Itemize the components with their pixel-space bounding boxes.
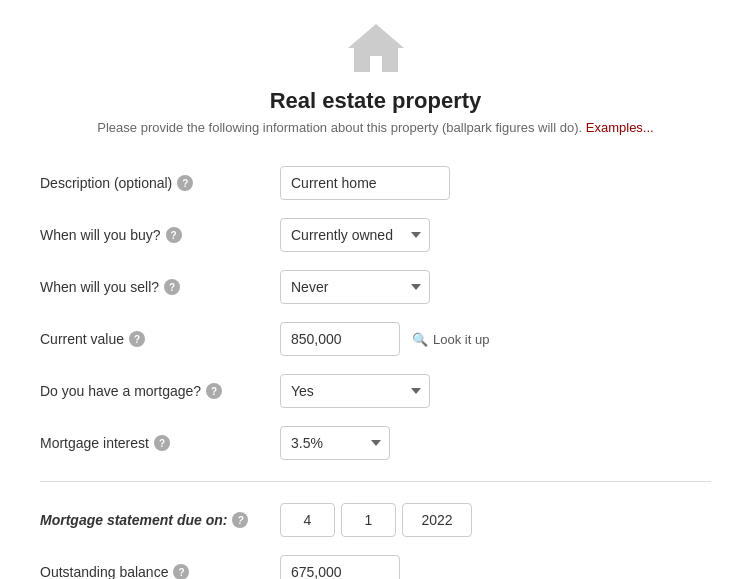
page-title: Real estate property [40,88,711,114]
mortgage-interest-row: Mortgage interest ? 3.5% 4.0% 4.5% 5.0% [40,425,711,461]
when-buy-help-icon[interactable]: ? [166,227,182,243]
statement-month-input[interactable] [280,503,335,537]
statement-due-label: Mortgage statement due on: ? [40,512,280,528]
page-container: Real estate property Please provide the … [0,0,751,579]
outstanding-balance-row: Outstanding balance ? [40,554,711,579]
statement-year-input[interactable] [402,503,472,537]
current-value-label: Current value ? [40,331,280,347]
search-icon: 🔍 [412,332,428,347]
current-value-row: Current value ? 🔍 Look it up [40,321,711,357]
statement-due-help-icon[interactable]: ? [232,512,248,528]
mortgage-interest-help-icon[interactable]: ? [154,435,170,451]
mortgage-label: Do you have a mortgage? ? [40,383,280,399]
description-control [280,166,450,200]
description-input[interactable] [280,166,450,200]
current-value-help-icon[interactable]: ? [129,331,145,347]
mortgage-interest-control: 3.5% 4.0% 4.5% 5.0% [280,426,390,460]
description-help-icon[interactable]: ? [177,175,193,191]
when-buy-label: When will you buy? ? [40,227,280,243]
mortgage-interest-label: Mortgage interest ? [40,435,280,451]
when-sell-control: Never In the future Already sold [280,270,430,304]
statement-due-control [280,503,472,537]
examples-link[interactable]: Examples... [586,120,654,135]
outstanding-balance-control [280,555,400,579]
subtitle: Please provide the following information… [40,120,711,135]
mortgage-control: Yes No [280,374,430,408]
look-it-up-button[interactable]: 🔍 Look it up [412,332,489,347]
subtitle-text: Please provide the following information… [97,120,582,135]
statement-day-input[interactable] [341,503,396,537]
when-sell-row: When will you sell? ? Never In the futur… [40,269,711,305]
current-value-control: 🔍 Look it up [280,322,489,356]
svg-marker-0 [348,24,404,72]
house-icon [40,20,711,78]
mortgage-select[interactable]: Yes No [280,374,430,408]
outstanding-balance-input[interactable] [280,555,400,579]
description-label: Description (optional) ? [40,175,280,191]
date-inputs [280,503,472,537]
form-section: Description (optional) ? When will you b… [40,165,711,579]
when-sell-select[interactable]: Never In the future Already sold [280,270,430,304]
when-buy-control: Currently owned In the future [280,218,430,252]
section-divider [40,481,711,482]
statement-due-row: Mortgage statement due on: ? [40,502,711,538]
outstanding-balance-label: Outstanding balance ? [40,564,280,579]
when-sell-help-icon[interactable]: ? [164,279,180,295]
mortgage-help-icon[interactable]: ? [206,383,222,399]
when-buy-select[interactable]: Currently owned In the future [280,218,430,252]
mortgage-interest-select[interactable]: 3.5% 4.0% 4.5% 5.0% [280,426,390,460]
outstanding-balance-help-icon[interactable]: ? [173,564,189,579]
when-sell-label: When will you sell? ? [40,279,280,295]
mortgage-row: Do you have a mortgage? ? Yes No [40,373,711,409]
header: Real estate property Please provide the … [40,20,711,135]
description-row: Description (optional) ? [40,165,711,201]
when-buy-row: When will you buy? ? Currently owned In … [40,217,711,253]
current-value-input[interactable] [280,322,400,356]
